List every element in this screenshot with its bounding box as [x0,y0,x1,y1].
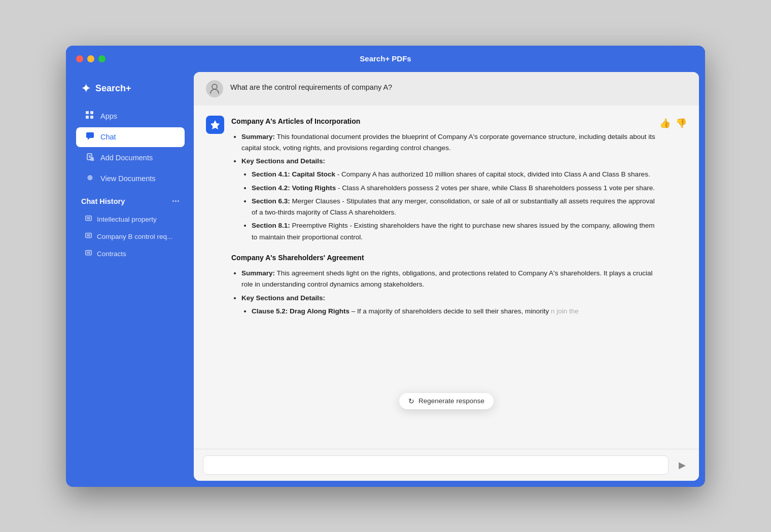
svg-rect-3 [90,116,93,119]
logo-text: Search+ [95,83,131,94]
s41-text: - Company A has authorized 10 million sh… [337,170,650,178]
svg-rect-4 [86,132,94,138]
sidebar-item-chat[interactable]: Chat [76,127,185,147]
send-icon: ▶ [679,460,686,470]
user-avatar [206,80,223,97]
svg-rect-2 [86,116,89,119]
maximize-button[interactable] [98,55,106,62]
clause52-label: Clause 5.2: Drag Along Rights [252,307,349,315]
history-label-company-b: Company B control req... [97,233,172,240]
add-documents-label: Add Documents [100,154,153,162]
ai-response[interactable]: Company A's Articles of Incorporation Su… [194,105,699,449]
section2-key-label: Key Sections and Details: [241,294,325,302]
regenerate-icon: ↻ [408,397,414,405]
section1-sub-bullets: Section 4.1: Capital Stock - Company A h… [241,169,659,243]
regenerate-label: Regenerate response [418,397,484,405]
history-icon-ip [85,216,92,224]
apps-label: Apps [100,112,117,120]
s63-sublabel: Merger Clauses [292,197,340,205]
section2-summary: This agreement sheds light on the rights… [241,269,653,288]
chat-icon [85,132,94,142]
clause52-text: – If a majority of shareholders decide t… [352,307,551,315]
response-content: Company A's Articles of Incorporation Su… [231,116,659,321]
view-documents-icon [85,174,94,184]
history-icon-contracts [85,250,92,258]
sidebar-item-apps[interactable]: Apps [76,106,185,126]
thumbs-down-icon[interactable]: 👎 [676,118,687,129]
window-controls [76,55,106,62]
section1-title: Company A's Articles of Incorporation [231,116,659,127]
svg-marker-5 [88,138,90,140]
section1-summary-label: Summary: [241,133,275,140]
section2-bullets: Summary: This agreement sheds light on t… [231,268,659,317]
ai-response-left: Company A's Articles of Incorporation Su… [206,116,659,321]
svg-rect-17 [86,233,92,237]
send-button[interactable]: ▶ [675,457,690,473]
svg-rect-1 [90,111,93,114]
svg-point-12 [88,175,92,180]
svg-rect-0 [86,111,89,114]
titlebar: Search+ PDFs [66,46,705,72]
s63-label: Section 6.3: [252,197,290,205]
close-button[interactable] [76,55,83,62]
chat-history-label: Chat History [81,197,125,205]
history-label-ip: Intellectual property [97,216,157,223]
ai-response-header: Company A's Articles of Incorporation Su… [206,116,687,321]
s42-label: Section 4.2: Voting Rights [252,184,336,192]
main-content: ✦ Search+ Apps [66,72,705,487]
user-message-text: What are the control requirements of com… [230,80,392,91]
history-label-contracts: Contracts [97,250,126,258]
chat-label: Chat [100,133,116,141]
sidebar-item-add-documents[interactable]: Add Documents [76,148,185,168]
s81-label: Section 8.1: [252,222,290,229]
svg-point-13 [89,177,91,179]
svg-rect-14 [86,216,92,220]
history-item-contracts[interactable]: Contracts [76,246,185,262]
section2-summary-label: Summary: [241,269,275,277]
input-area: ▶ [194,449,699,481]
sidebar-item-view-documents[interactable]: View Documents [76,169,185,189]
svg-point-23 [212,84,217,89]
section1-summary: This foundational document provides the … [241,133,655,152]
section1-key-label: Key Sections and Details: [241,157,325,165]
regenerate-popup[interactable]: ↻ Regenerate response [399,393,494,409]
logo-icon: ✦ [81,82,90,95]
chat-area: What are the control requirements of com… [194,72,699,481]
thumbs-up-icon[interactable]: 👍 [659,118,671,129]
apps-icon [85,111,94,121]
section1-bullets: Summary: This foundational document prov… [231,131,659,243]
view-documents-label: View Documents [100,174,156,183]
history-icon-company-b [85,233,92,241]
app-window: Search+ PDFs ✦ Search+ Apps [66,46,705,487]
clause52-faded: n join the [551,307,579,315]
s42-text: - Class A shareholders possess 2 votes p… [338,184,655,192]
svg-rect-20 [86,250,92,255]
chat-input[interactable] [203,455,669,475]
history-item-ip[interactable]: Intellectual property [76,211,185,228]
feedback-icons: 👍 👎 [659,116,687,129]
s81-sublabel: Preemptive Rights [292,222,348,229]
window-title: Search+ PDFs [360,54,411,63]
chat-history-header: Chat History ··· [72,189,189,211]
add-documents-icon [85,153,94,163]
user-message: What are the control requirements of com… [194,72,699,105]
minimize-button[interactable] [87,55,94,62]
chat-history-more-icon[interactable]: ··· [172,196,180,207]
s41-label: Section 4.1: Capital Stock [252,170,335,178]
history-item-company-b[interactable]: Company B control req... [76,229,185,245]
logo-area: ✦ Search+ [72,77,189,105]
section2-title: Company A's Shareholders' Agreement [231,252,659,264]
ai-avatar [206,116,224,134]
sidebar: ✦ Search+ Apps [72,72,189,481]
section2-sub-bullets: Clause 5.2: Drag Along Rights – If a maj… [241,306,659,317]
